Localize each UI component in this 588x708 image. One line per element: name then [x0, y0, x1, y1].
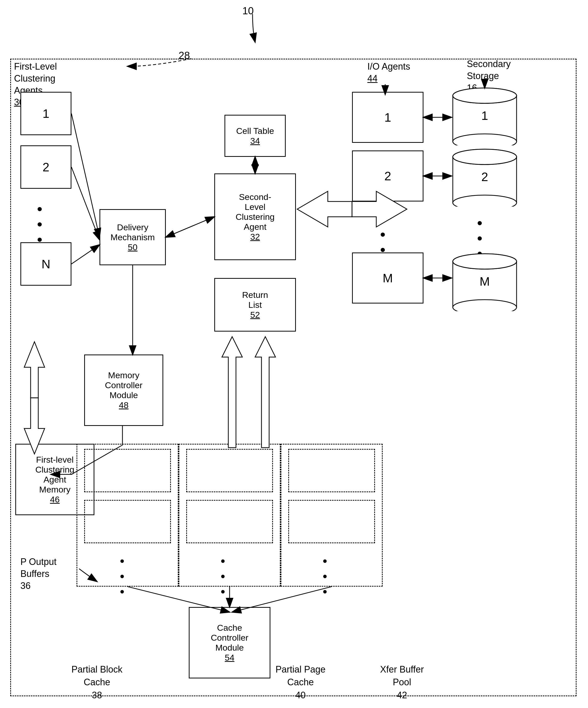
cache-controller-box: CacheControllerModule54	[189, 607, 270, 678]
agent-dots: •••	[37, 202, 42, 247]
storage-cylinder-1: 1	[451, 87, 518, 145]
buffer-group-1	[77, 444, 179, 587]
return-list-box: ReturnList52	[214, 278, 296, 331]
agent-box-n: N	[21, 242, 71, 286]
agent-box-1: 1	[21, 92, 71, 135]
agent-box-2: 2	[21, 145, 71, 189]
storage-cylinder-2: 2	[451, 148, 518, 207]
svg-point-8	[453, 149, 517, 165]
buffer-group-3	[281, 444, 383, 587]
svg-point-3	[453, 88, 517, 103]
system-number-label: 10	[242, 5, 254, 17]
io-agent-box-1: 1	[352, 92, 423, 143]
io-agent-box-m: M	[352, 253, 423, 303]
svg-text:1: 1	[481, 109, 488, 122]
svg-text:2: 2	[481, 170, 488, 184]
xfer-buffer-pool-label: Xfer BufferPool42	[380, 663, 424, 702]
partial-block-cache-label: Partial BlockCache38	[71, 663, 122, 702]
memory-controller-box: MemoryControllerModule48	[84, 355, 163, 426]
io-agents-label: I/O Agents44	[368, 61, 410, 85]
cell-table-box: Cell Table34	[225, 115, 286, 157]
io-agent-box-2: 2	[352, 150, 423, 202]
p-output-buffers-label: P OutputBuffers36	[21, 556, 56, 592]
storage-cylinder-m: M	[451, 253, 518, 311]
svg-point-13	[453, 254, 517, 269]
delivery-mechanism-box: DeliveryMechanism50	[99, 209, 166, 265]
buffer-group-2	[179, 444, 281, 587]
partial-page-cache-label: Partial PageCache40	[275, 663, 325, 702]
second-level-clustering-agent-box: Second-LevelClusteringAgent32	[214, 173, 296, 260]
box-28-label: 28	[179, 50, 190, 61]
io-agent-dots: •••	[380, 212, 385, 258]
svg-text:M: M	[479, 275, 490, 288]
